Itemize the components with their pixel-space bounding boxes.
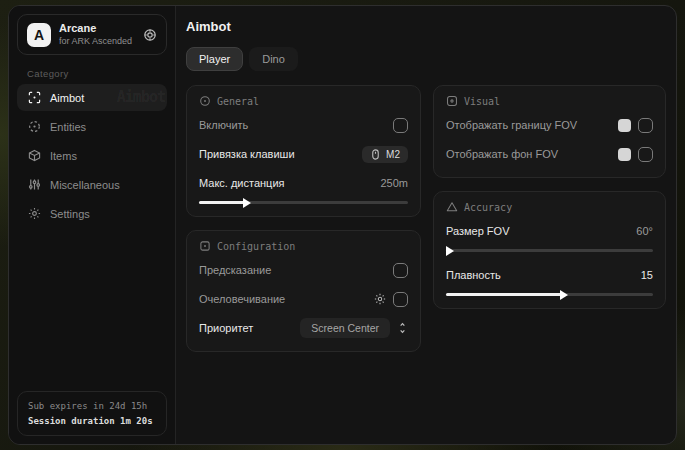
left-column: General Включить Привязка клавиши [186, 85, 421, 352]
mouse-icon [370, 149, 381, 160]
package-icon [27, 149, 41, 163]
entities-icon [27, 120, 41, 134]
updown-arrows-icon[interactable] [397, 322, 408, 334]
keybind-button[interactable]: M2 [362, 146, 408, 163]
keybind-label: Привязка клавиши [199, 148, 295, 160]
fov-size-slider-thumb[interactable] [446, 246, 454, 256]
prediction-label: Предсказание [199, 264, 271, 276]
priority-select[interactable]: Screen Center [300, 318, 390, 338]
enable-checkbox[interactable] [393, 118, 408, 133]
sidebar-item-label: Settings [50, 208, 90, 220]
smoothness-label: Плавность [446, 269, 501, 281]
fov-border-checkbox[interactable] [638, 118, 653, 133]
sidebar-nav: Aimbot Aimbot Entities [17, 84, 167, 227]
fov-border-color-swatch[interactable] [618, 119, 631, 132]
priority-label: Приоритет [199, 322, 253, 334]
humanize-gear-icon[interactable] [374, 293, 386, 305]
main-panel: Aimbot Player Dino General [176, 6, 676, 444]
app-subtitle: for ARK Ascended [59, 36, 135, 47]
enable-label: Включить [199, 119, 248, 131]
prediction-checkbox[interactable] [393, 263, 408, 278]
category-label: Category [27, 68, 167, 79]
prediction-row: Предсказание [199, 259, 408, 281]
sub-expiry: Sub expires in 24d 15h [28, 399, 156, 413]
keybind-value: M2 [386, 149, 400, 160]
fov-size-row: Размер FOV 60° [446, 220, 653, 242]
configuration-card: Configuration Предсказание Очеловечивани… [186, 230, 421, 352]
visual-header: Visual [446, 95, 653, 107]
smoothness-slider[interactable] [446, 293, 653, 296]
visual-card: Visual Отображать границу FOV Отображать… [433, 85, 666, 178]
humanize-checkbox[interactable] [393, 292, 408, 307]
triangle-icon [446, 201, 458, 213]
fov-bg-label: Отображать фон FOV [446, 148, 558, 160]
enable-row: Включить [199, 114, 408, 136]
fov-border-row: Отображать границу FOV [446, 114, 653, 136]
fov-bg-color-swatch[interactable] [618, 148, 631, 161]
smoothness-row: Плавность 15 [446, 264, 653, 286]
fov-size-label: Размер FOV [446, 225, 509, 237]
tab-player[interactable]: Player [186, 47, 243, 71]
brand-text: Arcane for ARK Ascended [59, 22, 135, 47]
distance-value: 250m [380, 177, 408, 189]
page-title: Aimbot [186, 19, 666, 34]
settings-columns: General Включить Привязка клавиши [186, 85, 666, 352]
general-header-label: General [217, 96, 259, 107]
sidebar-item-items[interactable]: Items [17, 142, 167, 169]
target-icon [199, 95, 211, 107]
keybind-row: Привязка клавиши M2 [199, 143, 408, 165]
fov-size-slider[interactable] [446, 249, 653, 252]
distance-slider-thumb[interactable] [243, 198, 251, 208]
fov-bg-row: Отображать фон FOV [446, 143, 653, 165]
sidebar-item-aimbot[interactable]: Aimbot Aimbot [17, 84, 167, 111]
general-card: General Включить Привязка клавиши [186, 85, 421, 217]
humanize-row: Очеловечивание [199, 288, 408, 310]
fov-bg-checkbox[interactable] [638, 147, 653, 162]
sidebar-watermark: Aimbot [117, 88, 165, 106]
sliders-icon [27, 178, 41, 192]
sidebar-item-entities[interactable]: Entities [17, 113, 167, 140]
app-name: Arcane [59, 22, 135, 36]
tab-dino[interactable]: Dino [249, 47, 298, 71]
fov-size-value: 60° [636, 225, 653, 237]
sidebar: A Arcane for ARK Ascended Category [9, 6, 176, 444]
general-header: General [199, 95, 408, 107]
app-logo: A [27, 23, 51, 47]
accuracy-card: Accuracy Размер FOV 60° Плавность 15 [433, 191, 666, 309]
session-duration: Session duration 1m 20s [28, 414, 156, 428]
sidebar-item-label: Entities [50, 121, 86, 133]
distance-label: Макс. дистанция [199, 177, 285, 189]
sidebar-item-settings[interactable]: Settings [17, 200, 167, 227]
lifebuoy-icon[interactable] [143, 28, 157, 42]
priority-row: Приоритет Screen Center [199, 317, 408, 339]
sidebar-item-label: Aimbot [50, 92, 84, 104]
gear-icon [27, 207, 41, 221]
crosshair-icon [27, 91, 41, 105]
configuration-header: Configuration [199, 240, 408, 252]
eye-icon [446, 95, 458, 107]
fov-border-label: Отображать границу FOV [446, 119, 577, 131]
configuration-header-label: Configuration [217, 241, 295, 252]
brand-card: A Arcane for ARK Ascended [17, 14, 167, 55]
tab-bar: Player Dino [186, 47, 666, 71]
distance-row: Макс. дистанция 250m [199, 172, 408, 194]
visual-header-label: Visual [464, 96, 500, 107]
smoothness-slider-thumb[interactable] [560, 290, 568, 300]
sidebar-item-label: Items [50, 150, 77, 162]
app-window: A Arcane for ARK Ascended Category [8, 5, 677, 445]
distance-slider[interactable] [199, 201, 408, 204]
accuracy-header-label: Accuracy [464, 202, 512, 213]
right-column: Visual Отображать границу FOV Отображать… [433, 85, 666, 309]
cube-icon [199, 240, 211, 252]
subscription-info: Sub expires in 24d 15h Session duration … [17, 391, 167, 436]
sidebar-item-miscellaneous[interactable]: Miscellaneous [17, 171, 167, 198]
accuracy-header: Accuracy [446, 201, 653, 213]
humanize-label: Очеловечивание [199, 293, 285, 305]
smoothness-value: 15 [641, 269, 653, 281]
sidebar-item-label: Miscellaneous [50, 179, 120, 191]
